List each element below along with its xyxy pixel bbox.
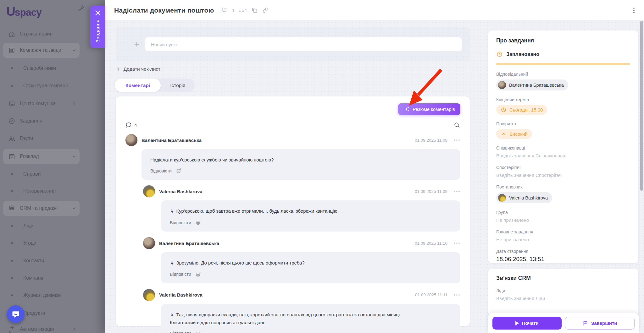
sidebar-item-activities[interactable]: Справи (3, 166, 80, 182)
tab-comments[interactable]: Коментарі (115, 79, 161, 92)
leads-field[interactable]: Введіть значення Ліди (496, 296, 630, 301)
sidebar: Uspacy Стрічка новин Компанія та люди Сп… (0, 0, 105, 333)
groups-icon (8, 135, 15, 142)
sidebar-item-label: Компанії (23, 275, 76, 281)
task-menu-kebab[interactable] (631, 6, 636, 15)
author-name: Valeriia Bashkirova (509, 195, 548, 200)
crm-stack-icon (8, 205, 15, 212)
sidebar-item-communication-center[interactable]: Центр комуніка... (3, 96, 80, 111)
search-icon[interactable] (453, 122, 460, 128)
reply-button[interactable]: Відповісти (150, 168, 172, 173)
about-task-card: Про завдання Заплановано Відповідальний … (488, 30, 638, 263)
start-task-button[interactable]: Почати (492, 317, 562, 330)
home-icon (8, 30, 15, 38)
vertical-scrollbar-thumb[interactable] (640, 21, 643, 191)
crm-links-title: Зв’язки CRM (496, 275, 630, 281)
close-icon[interactable] (94, 9, 102, 17)
sidebar-item-automation[interactable]: Автоматизація (3, 322, 80, 333)
coexecutors-label: Співвиконавці (496, 145, 630, 150)
group-value[interactable]: Не призначено (496, 217, 630, 223)
author-chip[interactable]: Valeriia Bashkirova (496, 192, 552, 203)
sidebar-item-tasks[interactable]: Завдання (3, 113, 80, 128)
status-progress-bar (496, 63, 630, 65)
add-reaction-icon[interactable] (195, 330, 202, 333)
task-actions-footer: Почати Завершити (488, 313, 639, 333)
sidebar-item-groups[interactable]: Групи (3, 131, 80, 146)
sidebar-item-label: Справи (23, 171, 76, 177)
subtasks-icon[interactable] (221, 7, 228, 14)
reply-button[interactable]: Відповісти (170, 331, 191, 333)
sidebar-item-deals[interactable]: Угоди (3, 236, 80, 251)
comments-summary-button[interactable]: Резюме коментарів (398, 103, 460, 115)
deadline-chip[interactable]: Сьогодні, 15:00 (496, 105, 547, 115)
comment-menu-kebab[interactable] (453, 241, 460, 245)
comments-count-row: 4 (125, 122, 460, 128)
chevron-down-icon (72, 206, 76, 210)
coexecutors-field[interactable]: Введіть значення Співвиконавці (496, 153, 630, 158)
comment-time: 01.09.2025 11:09 (415, 189, 447, 194)
sidebar-item-label: Структура компанії (23, 83, 76, 89)
automation-icon (8, 326, 15, 333)
chevron-right-icon (72, 101, 76, 106)
sidebar-item-label: Стрічка новин (20, 31, 76, 37)
start-button-label: Почати (522, 320, 539, 326)
avatar (125, 134, 138, 146)
avatar (143, 289, 155, 301)
copy-icon[interactable] (251, 7, 258, 14)
bullet-icon (11, 277, 13, 279)
comment-text: Зрозуміло. До речі, після цього ще щось … (176, 260, 304, 265)
comments-history-tabs: Коментарі Історія (115, 79, 195, 92)
comments-card: Резюме коментарів 4 Валентина Браташевсь… (116, 96, 470, 326)
bullet-icon (11, 85, 13, 87)
observers-label: Спостерігачі (496, 165, 630, 170)
tab-history[interactable]: Історія (161, 79, 195, 92)
add-reaction-icon[interactable] (175, 167, 182, 174)
sidebar-item-contacts[interactable]: Контакти (3, 253, 80, 268)
reply-button[interactable]: Відповісти (170, 220, 191, 225)
deadline-label: Кінцевий термін (496, 97, 630, 102)
new-checklist-item-input[interactable] (145, 37, 462, 51)
chevron-up-icon (501, 131, 507, 137)
task-panel-tab[interactable]: Завдання (90, 6, 105, 48)
avatar (143, 185, 155, 198)
sidebar-item-label: Угоди (23, 240, 76, 246)
comment-menu-kebab[interactable] (453, 293, 460, 297)
avatar (498, 194, 506, 202)
chevron-down-icon (72, 154, 76, 159)
main-task-value[interactable]: Не призначено (496, 237, 630, 242)
task-meta: 1 #54 (221, 7, 269, 14)
sidebar-item-company-structure[interactable]: Структура компанії (3, 78, 80, 93)
sidebar-item-call-log[interactable]: Журнал дзвінків (3, 288, 80, 303)
sidebar-item-crm-sales[interactable]: CRM та продажі (3, 201, 80, 216)
pin-sidebar-icon[interactable] (77, 4, 85, 12)
sidebar-item-news-feed[interactable]: Стрічка новин (3, 26, 80, 41)
comment-menu-kebab[interactable] (453, 138, 460, 142)
priority-chip[interactable]: Високий (496, 129, 532, 139)
link-icon[interactable] (262, 7, 269, 14)
sidebar-item-leads[interactable]: Ліди (3, 218, 80, 233)
sidebar-item-reservations[interactable]: Резервування (3, 183, 80, 199)
sidebar-item-companies[interactable]: Компанії (3, 270, 80, 286)
observers-field[interactable]: Введіть значення Спостерігачі (496, 172, 630, 178)
responsible-name: Валентина Браташевська (509, 83, 564, 88)
finish-task-button[interactable]: Завершити (565, 317, 635, 330)
add-reaction-icon[interactable] (195, 219, 202, 226)
task-panel: Завдання Надіслати документи поштою 1 #5… (105, 0, 644, 333)
bullet-icon (11, 294, 13, 296)
sidebar-item-company-people[interactable]: Компанія та люди (3, 43, 80, 58)
sidebar-item-label: Журнал дзвінків (23, 292, 76, 298)
support-chat-fab[interactable] (7, 305, 25, 323)
comment-text: Так, після відправки склади, пліз, корот… (170, 312, 401, 325)
comment-menu-kebab[interactable] (453, 189, 460, 193)
sidebar-item-label: CRM та продажі (20, 205, 68, 211)
responsible-chip[interactable]: Валентина Браташевська (496, 79, 568, 90)
add-reaction-icon[interactable] (195, 271, 202, 278)
comment-author: Valeriia Bashkirova (159, 292, 203, 298)
reply-button[interactable]: Відповісти (170, 272, 191, 277)
sidebar-item-schedule[interactable]: Розклад (3, 149, 80, 164)
add-checklist-button[interactable]: + Додати чек-лист (117, 66, 160, 72)
task-status[interactable]: Заплановано (496, 51, 630, 57)
bullet-icon (11, 190, 13, 192)
comment-bubble: Надіслати кур’єрською службою чи звичайн… (142, 149, 460, 180)
sidebar-item-employees[interactable]: Співробітники (3, 61, 80, 76)
